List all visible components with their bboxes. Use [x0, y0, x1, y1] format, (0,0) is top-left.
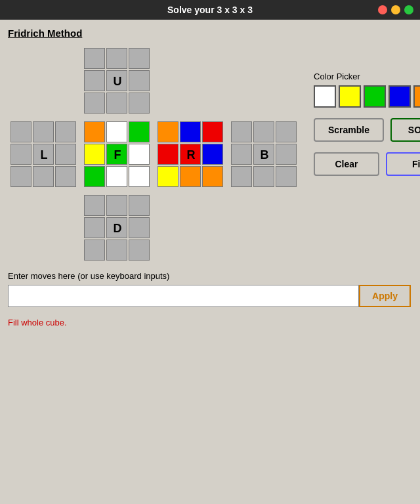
cell-U-0-2[interactable]: [129, 48, 150, 69]
cell-D-2-0[interactable]: [84, 240, 105, 261]
moves-row: Apply: [8, 285, 411, 307]
cell-R-1-1[interactable]: [180, 144, 201, 165]
cell-F-0-0[interactable]: [84, 121, 105, 142]
maximize-button[interactable]: [404, 5, 413, 14]
scramble-solve-row: Scramble SOLVE: [314, 118, 420, 142]
face-l: L: [8, 119, 80, 191]
cell-R-0-2[interactable]: [202, 121, 223, 142]
cell-D-1-2[interactable]: [129, 217, 150, 238]
cell-R-2-0[interactable]: [158, 166, 178, 187]
face-u: U: [81, 45, 154, 117]
face-r: R: [155, 119, 227, 191]
cell-U-2-2[interactable]: [129, 93, 150, 114]
cell-U-1-1[interactable]: [106, 70, 127, 91]
clear-fill-row: Clear Fill: [314, 152, 420, 176]
cell-B-0-2[interactable]: [276, 121, 297, 142]
cell-U-1-0[interactable]: [84, 70, 105, 91]
color-swatch-1[interactable]: [339, 85, 361, 108]
cell-D-0-1[interactable]: [106, 195, 127, 216]
cell-L-0-1[interactable]: [33, 121, 54, 142]
face-f: F: [81, 119, 154, 191]
cell-F-2-2[interactable]: [129, 166, 150, 187]
cell-U-0-1[interactable]: [106, 48, 127, 69]
cell-L-2-0[interactable]: [10, 166, 32, 187]
scramble-button[interactable]: Scramble: [314, 118, 384, 142]
cell-R-0-0[interactable]: [158, 121, 178, 142]
face-d: D: [81, 192, 154, 264]
moves-input[interactable]: [8, 285, 359, 307]
apply-button[interactable]: Apply: [359, 285, 411, 307]
cell-L-2-1[interactable]: [33, 166, 54, 187]
color-swatch-4[interactable]: [413, 85, 420, 108]
cell-L-0-0[interactable]: [10, 121, 32, 142]
cell-B-1-2[interactable]: [276, 144, 297, 165]
cell-L-2-2[interactable]: [55, 166, 76, 187]
cell-F-1-2[interactable]: [129, 144, 150, 165]
cell-F-1-1[interactable]: [106, 144, 127, 165]
cell-U-0-0[interactable]: [84, 48, 105, 69]
cell-R-2-2[interactable]: [202, 166, 223, 187]
cube-cross: ULFRBD: [8, 45, 301, 264]
cell-L-0-2[interactable]: [55, 121, 76, 142]
cell-D-1-0[interactable]: [84, 217, 105, 238]
color-picker-section: Color Picker: [314, 72, 420, 108]
cell-L-1-1[interactable]: [33, 144, 54, 165]
cell-B-2-2[interactable]: [276, 166, 297, 187]
right-panel: Color Picker Scramble SOLVE Clear Fill: [314, 72, 420, 176]
cell-R-1-2[interactable]: [202, 144, 223, 165]
clear-button[interactable]: Clear: [314, 152, 379, 176]
cell-B-2-0[interactable]: [231, 166, 252, 187]
cell-D-0-0[interactable]: [84, 195, 105, 216]
cell-L-1-0[interactable]: [10, 144, 32, 165]
cell-B-0-0[interactable]: [231, 121, 252, 142]
cell-R-0-1[interactable]: [180, 121, 201, 142]
cell-B-1-0[interactable]: [231, 144, 252, 165]
status-text: Fill whole cube.: [8, 318, 411, 327]
close-button[interactable]: [378, 5, 387, 14]
fridrich-link[interactable]: Fridrich Method: [8, 28, 82, 39]
color-swatch-0[interactable]: [314, 85, 336, 108]
cell-B-0-1[interactable]: [253, 121, 274, 142]
cell-R-1-0[interactable]: [158, 144, 178, 165]
cell-U-2-1[interactable]: [106, 93, 127, 114]
solve-button[interactable]: SOLVE: [390, 118, 420, 142]
window-controls: [378, 5, 413, 14]
cell-U-1-2[interactable]: [129, 70, 150, 91]
cell-L-1-2[interactable]: [55, 144, 76, 165]
moves-label: Enter moves here (or use keyboard inputs…: [8, 271, 411, 281]
cell-F-1-0[interactable]: [84, 144, 105, 165]
cell-D-0-2[interactable]: [129, 195, 150, 216]
title-bar: Solve your 3 x 3 x 3: [0, 0, 420, 20]
cell-U-2-0[interactable]: [84, 93, 105, 114]
cell-F-2-0[interactable]: [84, 166, 105, 187]
color-picker-label: Color Picker: [314, 72, 420, 81]
cell-D-2-1[interactable]: [106, 240, 127, 261]
cell-F-0-2[interactable]: [129, 121, 150, 142]
cell-B-1-1[interactable]: [253, 144, 274, 165]
cell-D-1-1[interactable]: [106, 217, 127, 238]
bottom-section: Enter moves here (or use keyboard inputs…: [8, 271, 411, 327]
color-swatch-2[interactable]: [364, 85, 386, 108]
cell-R-2-1[interactable]: [180, 166, 201, 187]
minimize-button[interactable]: [391, 5, 400, 14]
color-swatch-3[interactable]: [388, 85, 411, 108]
cell-D-2-2[interactable]: [129, 240, 150, 261]
cell-B-2-1[interactable]: [253, 166, 274, 187]
color-swatches: [314, 85, 420, 108]
cell-F-0-1[interactable]: [106, 121, 127, 142]
cell-F-2-1[interactable]: [106, 166, 127, 187]
fill-button[interactable]: Fill: [386, 152, 420, 176]
face-b: B: [228, 119, 301, 191]
window-title: Solve your 3 x 3 x 3: [167, 5, 253, 15]
